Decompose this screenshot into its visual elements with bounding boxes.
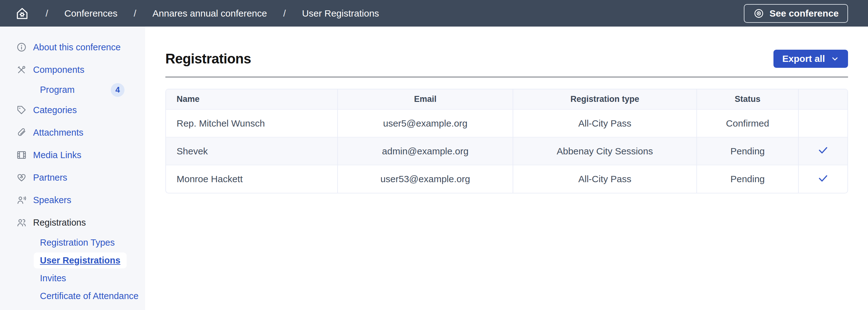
breadcrumb-item-current: User Registrations [302,8,379,19]
email-cell: user53@example.org [338,165,513,193]
main-header: Registrations Export all [165,50,848,68]
action-cell [799,137,847,165]
user-voice-icon [16,195,27,205]
registrations-table: Name Email Registration type Status Rep.… [165,89,848,193]
name-cell: Monroe Hackett [166,165,338,193]
check-icon [817,144,829,156]
app-window: / Conferences / Annares annual conferenc… [0,0,868,310]
sidebar: About this conference Components Program… [0,27,145,310]
breadcrumb-item-conferences[interactable]: Conferences [64,8,117,19]
column-header-name: Name [166,89,338,109]
breadcrumb-item-conference-name[interactable]: Annares annual conference [153,8,267,19]
column-header-registration-type: Registration type [513,89,697,109]
home-gear-icon [15,6,29,21]
status-cell: Pending [697,137,798,165]
email-cell: user5@example.org [338,109,513,137]
confirm-registration-button[interactable] [817,144,829,156]
action-cell [799,165,847,193]
sidebar-item-about-this-conference[interactable]: About this conference [0,36,145,58]
table-row: Rep. Mitchel Wunsch user5@example.org Al… [166,109,847,137]
sidebar-item-label: Program [40,85,74,95]
sidebar-item-registrations[interactable]: Registrations [0,211,145,234]
table-row: Shevek admin@example.org Abbenay City Se… [166,137,847,165]
registration-type-cell: All-City Pass [513,165,697,193]
tools-icon [16,64,27,75]
sidebar-item-media-links[interactable]: Media Links [0,144,145,166]
column-header-email: Email [338,89,513,109]
sidebar-item-label: About this conference [33,42,121,53]
export-all-button[interactable]: Export all [773,50,848,68]
table-row: Monroe Hackett user53@example.org All-Ci… [166,165,847,193]
page-title: Registrations [165,51,251,66]
sidebar-item-certificate-of-attendance[interactable]: Certificate of Attendance [0,287,145,305]
export-all-label: Export all [782,53,825,64]
program-count-badge: 4 [111,83,124,97]
sidebar-item-label: Media Links [33,150,82,160]
sidebar-item-label: Certificate of Attendance [40,291,138,301]
registration-type-cell: All-City Pass [513,109,697,137]
confirm-registration-button[interactable] [817,172,829,185]
check-icon [817,172,829,185]
active-item-pill: User Registrations [34,253,127,269]
sidebar-item-label: Registration Types [40,237,115,248]
column-header-status: Status [697,89,798,109]
paperclip-icon [16,127,27,138]
status-cell: Pending [697,165,798,193]
breadcrumb: / Conferences / Annares annual conferenc… [15,6,379,21]
sidebar-item-registration-types[interactable]: Registration Types [0,234,145,252]
sidebar-item-attachments[interactable]: Attachments [0,121,145,144]
column-header-actions [799,89,847,109]
sidebar-item-partners[interactable]: Partners [0,166,145,189]
table-header-row: Name Email Registration type Status [166,89,847,109]
action-cell [799,109,847,137]
sidebar-item-label: Attachments [33,128,83,138]
sidebar-item-user-registrations[interactable]: User Registrations [0,252,145,270]
sidebar-item-label: Components [33,65,84,75]
sidebar-item-speakers[interactable]: Speakers [0,189,145,211]
status-cell: Confirmed [697,109,798,137]
email-cell: admin@example.org [338,137,513,165]
see-conference-label: See conference [769,8,839,19]
topbar: / Conferences / Annares annual conferenc… [0,0,868,27]
sidebar-item-label: Registrations [33,218,86,228]
sidebar-item-program[interactable]: Program 4 [0,81,145,99]
tag-icon [16,105,27,115]
sidebar-item-components[interactable]: Components [0,58,145,81]
see-conference-button[interactable]: See conference [744,4,848,23]
film-icon [16,150,27,160]
sidebar-item-categories[interactable]: Categories [0,99,145,121]
info-icon [16,42,27,53]
sidebar-item-invites[interactable]: Invites [0,270,145,287]
group-icon [16,217,27,228]
eye-icon [753,8,765,19]
breadcrumb-separator: / [45,8,48,19]
breadcrumb-separator: / [133,8,136,19]
heart-hands-icon [16,172,27,183]
breadcrumb-separator: / [283,8,286,19]
sidebar-item-label: Categories [33,105,77,115]
sidebar-item-label: Speakers [33,195,71,205]
registration-type-cell: Abbenay City Sessions [513,137,697,165]
chevron-down-icon [831,54,839,63]
breadcrumb-home-link[interactable] [15,6,29,21]
name-cell: Rep. Mitchel Wunsch [166,109,338,137]
name-cell: Shevek [166,137,338,165]
sidebar-item-label: Partners [33,172,67,183]
sidebar-item-label: User Registrations [40,255,120,265]
main-content: Registrations Export all Name Email Reg [145,27,868,310]
sidebar-item-label: Invites [40,273,66,283]
section-divider [165,77,848,78]
